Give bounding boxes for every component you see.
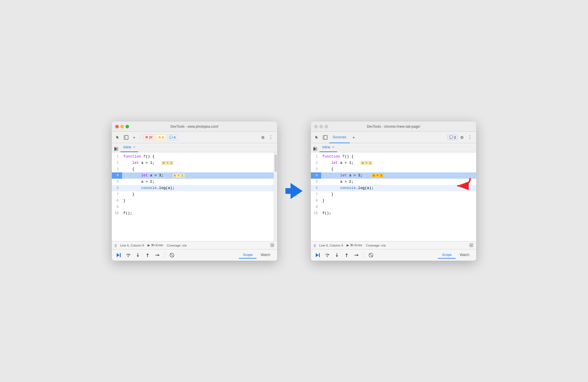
settings-icon[interactable]: ⚙ (259, 133, 267, 141)
right-scope-tab[interactable]: Scope (438, 252, 456, 259)
svg-line-16 (170, 253, 174, 257)
svg-line-34 (369, 253, 373, 257)
left-ln-10: 10 (112, 210, 122, 216)
right-overflow-icon[interactable]: » (350, 133, 358, 141)
left-ln-9: 9 (112, 204, 122, 210)
right-run-snippet-icon[interactable] (313, 147, 317, 152)
maximize-button[interactable] (126, 125, 129, 128)
right-status-dropdown[interactable] (469, 243, 473, 248)
left-debug-toolbar: Scope Watch (112, 249, 277, 261)
left-ln-3: 3 (112, 166, 122, 172)
right-lc-3: { (321, 166, 476, 172)
left-ln-2: 2 (112, 160, 122, 166)
right-tab-close[interactable]: ✕ (332, 146, 334, 149)
right-ln-9: 9 (311, 204, 321, 210)
left-status-dropdown[interactable] (270, 243, 274, 248)
right-console-badge[interactable]: 💬 2 (447, 135, 458, 140)
right-line-1: 1 function f() { (311, 153, 476, 160)
left-curly-icon[interactable]: {} (115, 244, 117, 247)
left-devtools-window: DevTools - www.photopea.com/ » ✕ 37 ⚠ 4 (112, 121, 277, 261)
right-close-button[interactable] (314, 125, 318, 128)
right-settings-icon[interactable]: ⚙ (458, 133, 466, 141)
left-tab-label: inline (123, 145, 131, 149)
left-code-editor[interactable]: 1 function f() { 2 let a = 1; a = 1 3 { … (112, 152, 274, 241)
right-step-btn[interactable] (353, 251, 360, 259)
right-maximize-button[interactable] (325, 125, 328, 128)
info-badge[interactable]: 💬 4 (167, 134, 177, 140)
error-badge[interactable]: ✕ 37 (143, 134, 154, 140)
right-step-over-btn[interactable] (323, 251, 331, 259)
warning-badge[interactable]: ⚠ 4 (156, 134, 166, 140)
right-tab-bar: inline ✕ (311, 143, 476, 152)
minimize-button[interactable] (120, 125, 124, 128)
right-lc-7: } (321, 191, 476, 198)
right-cursor-icon[interactable] (313, 133, 321, 141)
right-lc-8: } (321, 198, 476, 204)
panel-toggle-icon[interactable] (122, 133, 130, 141)
left-ln-8: 8 (112, 198, 122, 204)
more-icon[interactable]: ⋮ (267, 133, 275, 141)
left-step-out-btn[interactable] (144, 251, 151, 259)
left-run-btn[interactable]: ▶ ⌘+Enter (148, 243, 164, 247)
left-line-5: 5 a = 2; (112, 179, 274, 185)
left-status-bar: {} Line 6, Column 9 ▶ ⌘+Enter Coverage: … (112, 241, 277, 249)
right-code-editor[interactable]: 1 function f() { 2 let a = 1; a = 1 3 { … (311, 152, 476, 241)
right-deactivate-btn[interactable] (367, 251, 375, 259)
left-scrollbar-thumb[interactable] (275, 155, 277, 172)
right-step-into-btn[interactable] (333, 251, 341, 259)
svg-rect-24 (319, 253, 320, 257)
left-step-over-btn[interactable] (124, 251, 132, 259)
right-devtools-window: DevTools - chrome://new-tab-page/ Source… (311, 121, 476, 261)
right-coverage: Coverage: n/a (366, 244, 386, 247)
svg-rect-22 (470, 243, 473, 247)
left-watch-tab[interactable]: Watch (257, 252, 274, 259)
right-sources-label: Sources (333, 135, 346, 139)
right-run-btn[interactable]: ▶ ⌘+Enter (347, 243, 363, 247)
right-titlebar: DevTools - chrome://new-tab-page/ (311, 121, 476, 132)
left-lc-10: f(); (122, 210, 274, 216)
right-ln-8: 8 (311, 198, 321, 204)
left-lc-7: } (122, 191, 274, 198)
right-code-area[interactable]: 1 function f() { 2 let a = 1; a = 1 3 { … (311, 152, 476, 238)
left-ln-7: 7 (112, 191, 122, 198)
cursor-icon[interactable] (114, 133, 122, 141)
left-tab-close[interactable]: ✕ (133, 146, 135, 149)
right-lc-6: console.log(a); (321, 185, 476, 191)
right-watch-tab[interactable]: Watch (456, 252, 473, 259)
right-ln-3: 3 (311, 166, 321, 172)
left-inline-tab[interactable]: inline ✕ (120, 143, 138, 152)
right-panel-toggle-icon[interactable] (321, 133, 329, 141)
right-curly-icon[interactable]: {} (314, 244, 316, 247)
left-lc-2: let a = 1; a = 1 (122, 160, 274, 166)
svg-marker-10 (137, 255, 139, 257)
left-line-10: 10 f(); (112, 210, 274, 216)
svg-rect-1 (124, 135, 126, 139)
left-deactivate-btn[interactable] (168, 251, 176, 259)
right-editor-container: 1 function f() { 2 let a = 1; a = 1 3 { … (311, 152, 476, 241)
close-button[interactable] (115, 125, 119, 128)
right-lc-4: let a = 3; a = 2 (321, 172, 476, 179)
left-editor-container: 1 function f() { 2 let a = 1; a = 1 3 { … (112, 152, 277, 241)
left-scope-watch-tabs: Scope Watch (239, 252, 274, 259)
left-scope-tab[interactable]: Scope (239, 252, 257, 259)
right-more-icon[interactable]: ⋮ (466, 133, 474, 141)
right-inline-tab[interactable]: inline ✕ (319, 143, 337, 152)
left-scrollbar[interactable] (274, 152, 277, 241)
left-step-btn[interactable] (154, 251, 161, 259)
right-debug-sep (363, 253, 364, 258)
overflow-icon[interactable]: » (130, 133, 138, 141)
right-line-col: Line 6, Column 9 (319, 244, 343, 247)
run-snippet-icon[interactable] (114, 147, 118, 152)
error-count: 37 (149, 136, 152, 139)
right-resume-btn[interactable] (314, 251, 321, 259)
right-minimize-button[interactable] (319, 125, 323, 128)
right-sources-tab[interactable]: Sources (329, 132, 350, 143)
right-step-out-btn[interactable] (343, 251, 350, 259)
left-code-area[interactable]: 1 function f() { 2 let a = 1; a = 1 3 { … (112, 152, 274, 238)
left-ln-4: 4 (112, 172, 122, 179)
right-ln-4: 4 (311, 172, 321, 179)
left-lc-1: function f() { (122, 153, 274, 160)
left-step-into-btn[interactable] (134, 251, 142, 259)
svg-rect-6 (120, 253, 121, 257)
left-resume-btn[interactable] (115, 251, 122, 259)
